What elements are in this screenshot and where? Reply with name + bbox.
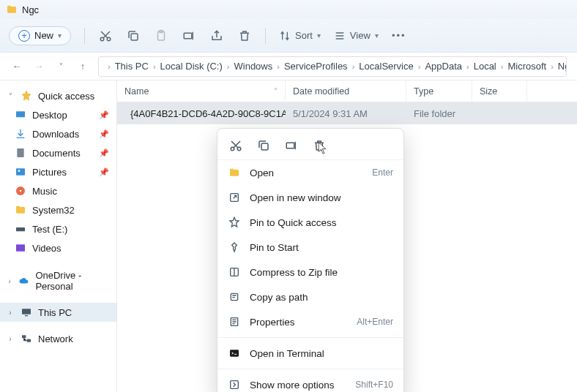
drive-icon [15, 223, 26, 235]
separator [217, 369, 403, 369]
svg-rect-7 [17, 148, 23, 157]
crumb-localservice[interactable]: LocalService [359, 61, 413, 72]
music-icon [15, 185, 26, 197]
ctx-rename-button[interactable] [283, 137, 299, 154]
column-type[interactable]: Type [406, 80, 472, 102]
document-icon [15, 147, 26, 159]
column-date[interactable]: Date modified [286, 80, 406, 102]
cut-button[interactable] [98, 29, 113, 43]
ctx-open-terminal[interactable]: Open in Terminal [217, 341, 403, 366]
crumb-local[interactable]: Local [474, 61, 496, 72]
chevron-down-icon: ▾ [317, 31, 321, 39]
pin-icon: 📌 [99, 148, 109, 158]
sidebar-network[interactable]: ›Network [0, 329, 116, 348]
ctx-cut-button[interactable] [228, 137, 244, 154]
chevron-right-icon: › [6, 277, 13, 285]
crumb-serviceprofiles[interactable]: ServiceProfiles [284, 61, 348, 72]
separator [265, 28, 266, 44]
new-button[interactable]: + New ▾ [9, 26, 71, 45]
download-icon [15, 128, 26, 140]
pictures-icon [15, 166, 26, 178]
ctx-delete-button[interactable] [311, 137, 327, 154]
sidebar-item-documents[interactable]: Documents📌 [0, 143, 116, 162]
cloud-icon [19, 275, 29, 287]
svg-point-9 [18, 170, 21, 172]
view-icon [334, 30, 346, 42]
back-button[interactable]: ← [10, 60, 23, 73]
sidebar-item-test-e[interactable]: Test (E:) [0, 219, 116, 238]
ctx-copy-path[interactable]: Copy as path [217, 284, 403, 309]
svg-point-11 [20, 190, 22, 192]
rename-button[interactable] [182, 29, 196, 43]
sidebar-item-downloads[interactable]: Downloads📌 [0, 124, 116, 143]
pin-icon [228, 241, 241, 254]
nav-row: ← → ˅ ↑ › This PC› Local Disk (C:)› Wind… [0, 53, 577, 80]
separator [217, 337, 403, 338]
open-window-icon [228, 191, 241, 204]
svg-rect-26 [230, 350, 239, 356]
ctx-pin-quick-access[interactable]: Pin to Quick access [217, 210, 403, 235]
more-button[interactable]: ••• [392, 29, 406, 43]
nav-pane: ˅ Quick access Desktop📌 Downloads📌 Docum… [0, 80, 117, 392]
new-label: New [34, 30, 53, 41]
ctx-open-new-window[interactable]: Open in new window [217, 185, 403, 210]
breadcrumb[interactable]: › This PC› Local Disk (C:)› Windows› Ser… [98, 56, 567, 77]
sidebar-item-pictures[interactable]: Pictures📌 [0, 162, 116, 181]
sidebar-quick-access[interactable]: ˅ Quick access [0, 86, 116, 105]
paste-button[interactable] [154, 29, 168, 43]
file-type-cell: File folder [406, 108, 472, 119]
command-bar: + New ▾ Sort ▾ View ▾ ••• [0, 19, 577, 53]
copy-button[interactable] [126, 29, 141, 43]
table-row[interactable]: {4A0F4B21-DCD6-4A2D-90C8-9C1AF96... 5/1/… [117, 102, 577, 124]
recent-button[interactable]: ˅ [54, 60, 67, 73]
properties-icon [228, 315, 241, 328]
sidebar-item-label: Quick access [38, 91, 94, 102]
crumb-windows[interactable]: Windows [234, 61, 273, 72]
svg-rect-16 [22, 335, 26, 338]
svg-rect-12 [16, 227, 25, 231]
ctx-pin-start[interactable]: Pin to Start [217, 235, 403, 260]
ctx-open[interactable]: OpenEnter [217, 160, 403, 185]
sidebar-this-pc[interactable]: ›This PC [0, 303, 116, 322]
column-name[interactable]: Name˄ [117, 80, 286, 102]
crumb-local-disk[interactable]: Local Disk (C:) [160, 61, 223, 72]
sidebar-item-system32[interactable]: System32 [0, 200, 116, 219]
svg-rect-27 [231, 381, 239, 389]
ctx-properties[interactable]: PropertiesAlt+Enter [217, 309, 403, 334]
chevron-down-icon: ▾ [58, 31, 62, 39]
svg-rect-21 [286, 143, 294, 148]
star-icon [228, 216, 241, 229]
crumb-appdata[interactable]: AppData [425, 61, 462, 72]
svg-rect-14 [22, 309, 31, 314]
sort-button[interactable]: Sort ▾ [279, 30, 321, 42]
sidebar-item-videos[interactable]: Videos [0, 238, 116, 257]
svg-rect-13 [16, 244, 25, 251]
sidebar-item-desktop[interactable]: Desktop📌 [0, 105, 116, 124]
pin-icon: 📌 [99, 110, 109, 120]
sort-icon [279, 30, 291, 42]
svg-rect-6 [16, 111, 25, 117]
share-button[interactable] [209, 29, 224, 43]
context-menu: OpenEnter Open in new window Pin to Quic… [217, 128, 404, 392]
plus-icon: + [18, 30, 30, 42]
svg-rect-8 [16, 168, 25, 175]
window-title: Ngc [22, 4, 39, 15]
crumb-ngc[interactable]: Ngc [558, 61, 567, 72]
separator [84, 28, 85, 44]
delete-button[interactable] [237, 29, 252, 43]
ctx-copy-button[interactable] [256, 137, 272, 154]
crumb-microsoft[interactable]: Microsoft [507, 61, 546, 72]
sidebar-onedrive[interactable]: ›OneDrive - Personal [0, 266, 116, 295]
view-button[interactable]: View ▾ [334, 30, 379, 42]
column-size[interactable]: Size [472, 80, 527, 102]
pc-icon [21, 306, 32, 318]
sidebar-item-music[interactable]: Music [0, 181, 116, 200]
file-date-cell: 5/1/2024 9:31 AM [286, 108, 406, 119]
up-button[interactable]: ↑ [76, 60, 89, 73]
ctx-show-more[interactable]: Show more optionsShift+F10 [217, 372, 403, 392]
column-headers: Name˄ Date modified Type Size [117, 80, 577, 102]
title-bar: Ngc [0, 0, 577, 19]
crumb-this-pc[interactable]: This PC [115, 61, 149, 72]
forward-button[interactable]: → [32, 60, 45, 73]
ctx-compress-zip[interactable]: Compress to Zip file [217, 260, 403, 284]
